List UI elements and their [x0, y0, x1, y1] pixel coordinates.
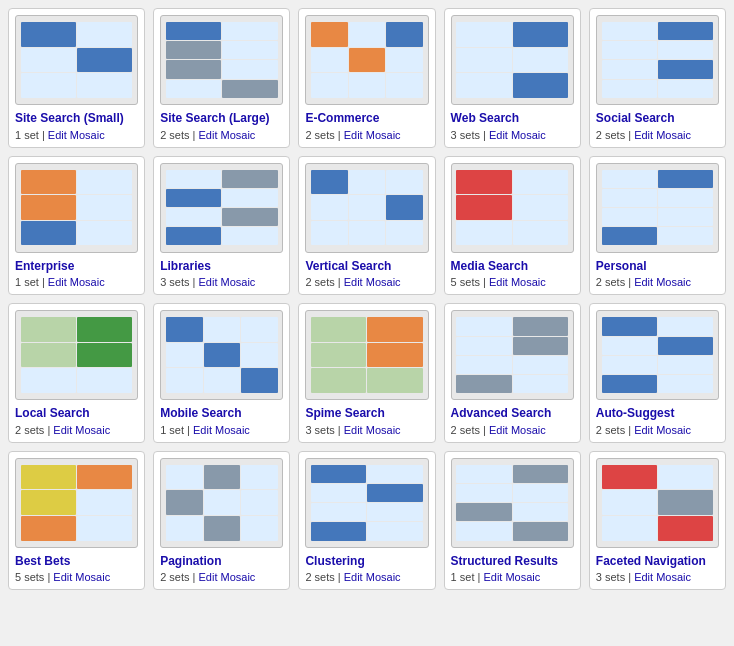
item-title-clustering[interactable]: Clustering — [305, 554, 364, 570]
thumbnail-vertical-search — [305, 163, 428, 253]
edit-mosaic-link-media-search[interactable]: Edit Mosaic — [489, 276, 546, 288]
mosaic-item-mobile-search: Mobile Search1 set | Edit Mosaic — [153, 303, 290, 443]
edit-mosaic-link-spime-search[interactable]: Edit Mosaic — [344, 424, 401, 436]
mosaic-item-clustering: Clustering2 sets | Edit Mosaic — [298, 451, 435, 591]
thumbnail-personal — [596, 163, 719, 253]
thumbnail-local-search — [15, 310, 138, 400]
edit-mosaic-link-clustering[interactable]: Edit Mosaic — [344, 571, 401, 583]
item-meta-vertical-search: 2 sets | Edit Mosaic — [305, 276, 400, 288]
item-title-vertical-search[interactable]: Vertical Search — [305, 259, 391, 275]
mosaic-item-social-search: Social Search2 sets | Edit Mosaic — [589, 8, 726, 148]
mosaic-item-faceted-navigation: Faceted Navigation3 sets | Edit Mosaic — [589, 451, 726, 591]
edit-mosaic-link-personal[interactable]: Edit Mosaic — [634, 276, 691, 288]
edit-mosaic-link-libraries[interactable]: Edit Mosaic — [199, 276, 256, 288]
item-sets-local-search: 2 sets | — [15, 424, 53, 436]
edit-mosaic-link-best-bets[interactable]: Edit Mosaic — [53, 571, 110, 583]
thumbnail-libraries — [160, 163, 283, 253]
thumbnail-web-search — [451, 15, 574, 105]
item-title-spime-search[interactable]: Spime Search — [305, 406, 384, 422]
item-title-personal[interactable]: Personal — [596, 259, 647, 275]
edit-mosaic-link-structured-results[interactable]: Edit Mosaic — [483, 571, 540, 583]
item-sets-site-search-small: 1 set | — [15, 129, 48, 141]
item-meta-enterprise: 1 set | Edit Mosaic — [15, 276, 105, 288]
mosaic-item-site-search-small: Site Search (Small)1 set | Edit Mosaic — [8, 8, 145, 148]
item-sets-pagination: 2 sets | — [160, 571, 198, 583]
item-meta-personal: 2 sets | Edit Mosaic — [596, 276, 691, 288]
edit-mosaic-link-web-search[interactable]: Edit Mosaic — [489, 129, 546, 141]
item-meta-clustering: 2 sets | Edit Mosaic — [305, 571, 400, 583]
thumbnail-faceted-navigation — [596, 458, 719, 548]
item-meta-pagination: 2 sets | Edit Mosaic — [160, 571, 255, 583]
item-sets-e-commerce: 2 sets | — [305, 129, 343, 141]
item-title-web-search[interactable]: Web Search — [451, 111, 519, 127]
item-meta-advanced-search: 2 sets | Edit Mosaic — [451, 424, 546, 436]
edit-mosaic-link-pagination[interactable]: Edit Mosaic — [199, 571, 256, 583]
item-title-best-bets[interactable]: Best Bets — [15, 554, 70, 570]
item-meta-site-search-large: 2 sets | Edit Mosaic — [160, 129, 255, 141]
item-sets-web-search: 3 sets | — [451, 129, 489, 141]
thumbnail-media-search — [451, 163, 574, 253]
item-sets-site-search-large: 2 sets | — [160, 129, 198, 141]
item-meta-auto-suggest: 2 sets | Edit Mosaic — [596, 424, 691, 436]
mosaic-item-media-search: Media Search5 sets | Edit Mosaic — [444, 156, 581, 296]
item-title-faceted-navigation[interactable]: Faceted Navigation — [596, 554, 706, 570]
mosaic-item-libraries: Libraries3 sets | Edit Mosaic — [153, 156, 290, 296]
item-title-advanced-search[interactable]: Advanced Search — [451, 406, 552, 422]
item-sets-auto-suggest: 2 sets | — [596, 424, 634, 436]
edit-mosaic-link-local-search[interactable]: Edit Mosaic — [53, 424, 110, 436]
item-title-libraries[interactable]: Libraries — [160, 259, 211, 275]
item-meta-web-search: 3 sets | Edit Mosaic — [451, 129, 546, 141]
item-sets-social-search: 2 sets | — [596, 129, 634, 141]
item-sets-media-search: 5 sets | — [451, 276, 489, 288]
mosaic-item-vertical-search: Vertical Search2 sets | Edit Mosaic — [298, 156, 435, 296]
mosaic-item-site-search-large: Site Search (Large)2 sets | Edit Mosaic — [153, 8, 290, 148]
mosaic-item-advanced-search: Advanced Search2 sets | Edit Mosaic — [444, 303, 581, 443]
mosaic-item-e-commerce: E-Commerce2 sets | Edit Mosaic — [298, 8, 435, 148]
mosaic-item-spime-search: Spime Search3 sets | Edit Mosaic — [298, 303, 435, 443]
item-sets-vertical-search: 2 sets | — [305, 276, 343, 288]
item-meta-faceted-navigation: 3 sets | Edit Mosaic — [596, 571, 691, 583]
mosaic-item-enterprise: Enterprise1 set | Edit Mosaic — [8, 156, 145, 296]
mosaic-item-auto-suggest: Auto-Suggest2 sets | Edit Mosaic — [589, 303, 726, 443]
edit-mosaic-link-advanced-search[interactable]: Edit Mosaic — [489, 424, 546, 436]
thumbnail-site-search-small — [15, 15, 138, 105]
edit-mosaic-link-vertical-search[interactable]: Edit Mosaic — [344, 276, 401, 288]
item-sets-enterprise: 1 set | — [15, 276, 48, 288]
item-title-enterprise[interactable]: Enterprise — [15, 259, 74, 275]
item-meta-libraries: 3 sets | Edit Mosaic — [160, 276, 255, 288]
item-title-media-search[interactable]: Media Search — [451, 259, 528, 275]
item-title-site-search-small[interactable]: Site Search (Small) — [15, 111, 124, 127]
thumbnail-auto-suggest — [596, 310, 719, 400]
edit-mosaic-link-e-commerce[interactable]: Edit Mosaic — [344, 129, 401, 141]
item-title-auto-suggest[interactable]: Auto-Suggest — [596, 406, 675, 422]
item-sets-personal: 2 sets | — [596, 276, 634, 288]
edit-mosaic-link-social-search[interactable]: Edit Mosaic — [634, 129, 691, 141]
mosaic-grid: Site Search (Small)1 set | Edit MosaicSi… — [8, 8, 726, 590]
edit-mosaic-link-mobile-search[interactable]: Edit Mosaic — [193, 424, 250, 436]
thumbnail-clustering — [305, 458, 428, 548]
item-meta-best-bets: 5 sets | Edit Mosaic — [15, 571, 110, 583]
item-title-site-search-large[interactable]: Site Search (Large) — [160, 111, 269, 127]
item-meta-local-search: 2 sets | Edit Mosaic — [15, 424, 110, 436]
thumbnail-advanced-search — [451, 310, 574, 400]
item-meta-site-search-small: 1 set | Edit Mosaic — [15, 129, 105, 141]
edit-mosaic-link-auto-suggest[interactable]: Edit Mosaic — [634, 424, 691, 436]
mosaic-item-best-bets: Best Bets5 sets | Edit Mosaic — [8, 451, 145, 591]
mosaic-item-local-search: Local Search2 sets | Edit Mosaic — [8, 303, 145, 443]
item-title-social-search[interactable]: Social Search — [596, 111, 675, 127]
item-meta-mobile-search: 1 set | Edit Mosaic — [160, 424, 250, 436]
item-meta-structured-results: 1 set | Edit Mosaic — [451, 571, 541, 583]
edit-mosaic-link-enterprise[interactable]: Edit Mosaic — [48, 276, 105, 288]
edit-mosaic-link-site-search-large[interactable]: Edit Mosaic — [199, 129, 256, 141]
item-title-e-commerce[interactable]: E-Commerce — [305, 111, 379, 127]
thumbnail-best-bets — [15, 458, 138, 548]
item-title-local-search[interactable]: Local Search — [15, 406, 90, 422]
item-title-mobile-search[interactable]: Mobile Search — [160, 406, 241, 422]
item-title-structured-results[interactable]: Structured Results — [451, 554, 558, 570]
item-sets-advanced-search: 2 sets | — [451, 424, 489, 436]
edit-mosaic-link-faceted-navigation[interactable]: Edit Mosaic — [634, 571, 691, 583]
item-title-pagination[interactable]: Pagination — [160, 554, 221, 570]
mosaic-item-personal: Personal2 sets | Edit Mosaic — [589, 156, 726, 296]
thumbnail-site-search-large — [160, 15, 283, 105]
edit-mosaic-link-site-search-small[interactable]: Edit Mosaic — [48, 129, 105, 141]
